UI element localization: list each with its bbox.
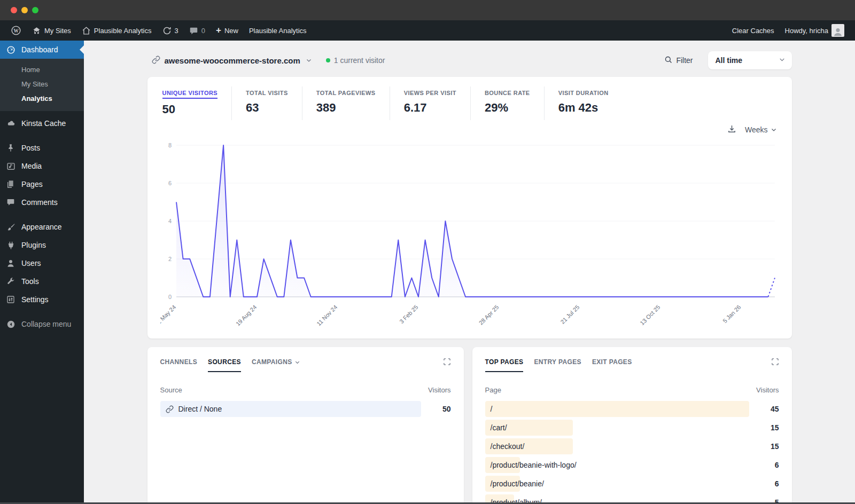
wp-admin-sidebar: Dashboard Home My Sites Analytics Kinsta… [0, 41, 84, 504]
metric-unique-visitors[interactable]: UNIQUE VISITORS 50 [162, 86, 232, 122]
date-range-select[interactable]: All time [708, 51, 792, 69]
page-row[interactable]: /product/beanie/ 6 [485, 476, 779, 492]
site-name-menu[interactable]: Plausible Analytics [76, 20, 157, 41]
chevron-down-icon [306, 56, 312, 65]
comments-count: 0 [201, 27, 205, 35]
cloud-icon [5, 119, 16, 128]
sidebar-item-kinsta-cache[interactable]: Kinsta Cache [0, 114, 84, 132]
sources-panel: CHANNELS SOURCES CAMPAIGNS [147, 347, 464, 504]
chevron-down-icon [294, 359, 300, 365]
metric-visit-duration[interactable]: VISIT DURATION 6m 42s [544, 86, 623, 120]
pages-icon [5, 180, 16, 188]
sidebar-item-comments[interactable]: Comments [0, 193, 84, 211]
sources-list: Direct / None 50 [160, 401, 451, 417]
sidebar-item-settings[interactable]: Settings [0, 290, 84, 309]
sidebar-item-tools[interactable]: Tools [0, 272, 84, 290]
expand-panel-icon[interactable] [771, 358, 779, 368]
svg-text:5 Jan 26: 5 Jan 26 [721, 304, 742, 324]
date-range-value: All time [716, 56, 743, 65]
expand-panel-icon[interactable] [443, 358, 451, 368]
sidebar-subitem-home[interactable]: Home [0, 62, 84, 77]
page-row[interactable]: /checkout/ 15 [485, 438, 779, 454]
svg-text:3 Feb 25: 3 Feb 25 [398, 304, 419, 325]
chevron-down-icon [779, 56, 786, 65]
close-window-button[interactable] [11, 7, 17, 13]
updates-count: 3 [175, 27, 178, 35]
metric-bounce-rate[interactable]: BOUNCE RATE 29% [470, 86, 544, 120]
clear-caches-button[interactable]: Clear Caches [727, 20, 780, 41]
tab-entry-pages[interactable]: ENTRY PAGES [534, 358, 581, 372]
page-path: /product/beanie-with-logo/ [491, 461, 577, 469]
home-icon [82, 26, 91, 35]
sidebar-item-dashboard[interactable]: Dashboard [0, 41, 84, 59]
tab-campaigns[interactable]: CAMPAIGNS [252, 358, 300, 372]
sidebar-item-posts[interactable]: Posts [0, 139, 84, 157]
wrench-icon [5, 277, 16, 286]
svg-text:13 Oct 25: 13 Oct 25 [639, 304, 661, 326]
new-label: New [224, 27, 238, 35]
sidebar-item-media[interactable]: Media [0, 157, 84, 175]
site-domain: awesome-woocommerce-store.com [165, 56, 300, 65]
svg-text:11 Nov 24: 11 Nov 24 [315, 304, 338, 327]
my-sites-menu[interactable]: My Sites [27, 20, 76, 41]
minimize-window-button[interactable] [21, 7, 28, 13]
metric-total-pageviews[interactable]: TOTAL PAGEVIEWS 389 [302, 86, 390, 120]
comments-menu[interactable]: 0 [184, 20, 211, 41]
page-row[interactable]: /product/beanie-with-logo/ 6 [485, 457, 779, 473]
svg-text:2: 2 [168, 256, 171, 262]
visitors-line-chart[interactable]: 0246831 May 2419 Aug 2411 Nov 243 Feb 25… [160, 137, 779, 335]
source-name: Direct / None [178, 405, 222, 413]
sidebar-item-pages[interactable]: Pages [0, 175, 84, 193]
current-visitors[interactable]: 1 current visitor [326, 56, 385, 65]
tab-sources[interactable]: SOURCES [208, 358, 241, 372]
account-menu[interactable]: Howdy, hricha [780, 20, 850, 41]
chart-toolbar: Weeks [160, 123, 777, 137]
avatar [831, 24, 844, 37]
sidebar-subitem-analytics[interactable]: Analytics [0, 91, 84, 106]
tab-top-pages[interactable]: TOP PAGES [485, 358, 524, 372]
page-row[interactable]: /cart/ 15 [485, 420, 779, 436]
sidebar-item-appearance[interactable]: Appearance [0, 218, 84, 236]
page-visitors: 6 [749, 479, 779, 488]
visitors-card: UNIQUE VISITORS 50 TOTAL VISITS 63 TOTAL… [147, 77, 792, 338]
page-row[interactable]: / 45 [485, 401, 779, 417]
fullscreen-window-button[interactable] [32, 7, 38, 13]
wordpress-logo-menu[interactable]: W [5, 20, 27, 41]
pages-list: / 45 /cart/ 15 [485, 401, 779, 504]
sources-columns: Source Visitors [160, 386, 451, 394]
new-content-menu[interactable]: + New [211, 20, 244, 41]
sidebar-subitem-my-sites[interactable]: My Sites [0, 77, 84, 91]
tab-exit-pages[interactable]: EXIT PAGES [592, 358, 632, 372]
source-visitors: 50 [421, 405, 451, 413]
download-export-icon[interactable] [727, 124, 736, 135]
filter-button[interactable]: Filter [664, 56, 693, 65]
chevron-down-icon [771, 127, 777, 133]
breakdown-panels: CHANNELS SOURCES CAMPAIGNS [147, 347, 792, 504]
sidebar-item-plugins[interactable]: Plugins [0, 236, 84, 254]
wp-admin-bar: W My Sites Plausible Analytics 3 0 [0, 20, 855, 41]
interval-picker[interactable]: Weeks [745, 125, 777, 134]
page-path: / [491, 405, 493, 413]
link-icon [166, 405, 174, 413]
svg-text:0: 0 [168, 294, 171, 300]
pages-tabs: TOP PAGES ENTRY PAGES EXIT PAGES [485, 358, 779, 372]
collapse-menu-button[interactable]: Collapse menu [0, 315, 84, 333]
source-row[interactable]: Direct / None 50 [160, 401, 451, 417]
tab-channels[interactable]: CHANNELS [160, 358, 198, 372]
page-visitors: 15 [749, 423, 779, 432]
dashboard-gauge-icon [5, 45, 16, 54]
sources-tabs: CHANNELS SOURCES CAMPAIGNS [160, 358, 451, 372]
metric-views-per-visit[interactable]: VIEWS PER VISIT 6.17 [390, 86, 470, 120]
online-dot-icon [326, 58, 330, 62]
pushpin-icon [5, 144, 16, 152]
pages-columns: Page Visitors [485, 386, 779, 394]
page-path: /checkout/ [491, 442, 525, 451]
svg-text:31 May 24: 31 May 24 [160, 304, 177, 328]
sidebar-item-users[interactable]: Users [0, 254, 84, 272]
metric-total-visits[interactable]: TOTAL VISITS 63 [231, 86, 302, 120]
brush-icon [5, 223, 16, 232]
updates-menu[interactable]: 3 [157, 20, 184, 41]
site-switcher[interactable]: awesome-woocommerce-store.com [147, 56, 312, 66]
analytics-content: awesome-woocommerce-store.com 1 current … [84, 41, 855, 504]
page-visitors: 6 [749, 461, 779, 469]
